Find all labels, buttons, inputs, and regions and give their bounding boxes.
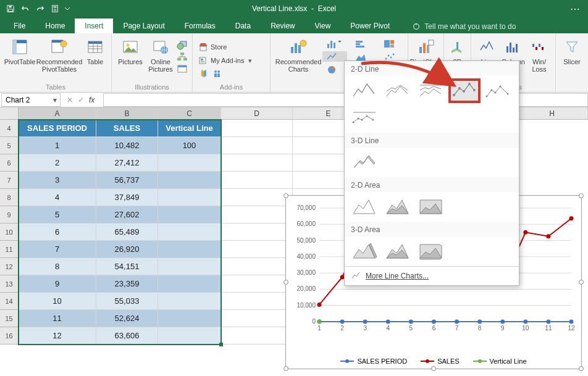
row-header[interactable]: 5 <box>0 137 19 154</box>
cell[interactable]: 54,151 <box>96 258 158 275</box>
redo-icon[interactable] <box>33 2 47 15</box>
bar-chart-icon[interactable] <box>351 38 376 49</box>
screenshot-icon[interactable] <box>176 64 188 74</box>
store-button[interactable]: Store <box>196 41 266 53</box>
line-chart-dropdown[interactable] <box>322 51 347 62</box>
treemap-icon[interactable] <box>379 38 404 49</box>
row-header[interactable]: 8 <box>0 189 19 206</box>
chart-type-100-stacked-line-markers[interactable] <box>350 107 379 129</box>
row-header[interactable]: 7 <box>0 172 19 189</box>
pictures-button[interactable]: Pictures <box>116 36 145 74</box>
cell[interactable]: 23,359 <box>96 275 158 293</box>
chart-type-stacked-line[interactable] <box>383 80 413 102</box>
cell[interactable]: 12 <box>19 327 96 345</box>
my-addins-button[interactable]: My Add-ins ▾ <box>196 54 266 67</box>
cell[interactable] <box>158 258 221 275</box>
row-header[interactable]: 6 <box>0 154 19 172</box>
tab-review[interactable]: Review <box>261 19 304 33</box>
header-sales[interactable]: SALES <box>96 120 158 137</box>
name-box[interactable]: Chart 2▾ <box>1 93 61 107</box>
tab-data[interactable]: Data <box>225 19 261 33</box>
cancel-formula-icon[interactable]: ✕ <box>67 96 73 104</box>
row-header[interactable]: 11 <box>0 241 19 258</box>
row-header[interactable]: 15 <box>0 310 19 327</box>
cell[interactable] <box>158 172 221 189</box>
chart-type-3d-100-stacked-area[interactable] <box>416 240 446 262</box>
chart-type-100-stacked-line[interactable] <box>416 80 446 102</box>
row-header[interactable]: 9 <box>0 206 19 224</box>
fx-icon[interactable]: fx <box>89 96 94 104</box>
col-header-B[interactable]: B <box>96 107 158 120</box>
cell[interactable]: 2 <box>19 154 96 172</box>
smartart-icon[interactable] <box>176 52 188 62</box>
chart-type-3d-stacked-area[interactable] <box>383 240 413 262</box>
cell[interactable]: 7 <box>19 241 96 258</box>
header-sales-period[interactable]: SALES PERIOD <box>19 120 96 137</box>
recommended-charts-button[interactable]: Recommended Charts <box>274 36 322 75</box>
row-header[interactable]: 16 <box>0 327 19 345</box>
recommended-pivottables-button[interactable]: Recommended PivotTables <box>36 36 83 74</box>
chart-type-stacked-area[interactable] <box>383 196 413 218</box>
tell-me[interactable]: Tell me what you want to do <box>412 22 516 33</box>
cell[interactable]: 56,737 <box>96 172 158 189</box>
tab-page-layout[interactable]: Page Layout <box>113 19 174 33</box>
col-header-A[interactable]: A <box>19 107 96 120</box>
chart-type-stacked-line-markers[interactable] <box>483 80 513 102</box>
cell[interactable]: 100 <box>158 137 221 154</box>
row-header[interactable]: 10 <box>0 224 19 241</box>
enter-formula-icon[interactable]: ✓ <box>78 96 84 104</box>
pivottable-button[interactable]: PivotTable <box>4 36 36 74</box>
tab-formulas[interactable]: Formulas <box>175 19 225 33</box>
calculator-icon[interactable] <box>48 2 62 15</box>
cell[interactable] <box>158 206 221 224</box>
more-line-charts[interactable]: More Line Charts... <box>345 266 519 285</box>
chart-type-area[interactable] <box>350 196 379 218</box>
cell[interactable]: 1 <box>19 137 96 154</box>
cell[interactable]: 5 <box>19 206 96 224</box>
col-header-D[interactable]: D <box>221 107 293 120</box>
header-vertical-line[interactable]: Vertical Line <box>158 120 221 137</box>
cell[interactable]: 3 <box>19 172 96 189</box>
row-header[interactable]: 12 <box>0 258 19 275</box>
shapes-icon[interactable] <box>176 40 188 51</box>
cell[interactable] <box>158 293 221 310</box>
cell[interactable]: 4 <box>19 189 96 206</box>
cell[interactable] <box>158 241 221 258</box>
col-header-C[interactable]: C <box>158 107 221 120</box>
save-icon[interactable] <box>4 2 17 15</box>
cell[interactable] <box>158 275 221 293</box>
cell[interactable] <box>158 327 221 345</box>
cell[interactable]: 10,482 <box>96 137 158 154</box>
chart-type-100-stacked-area[interactable] <box>416 196 446 218</box>
tab-file[interactable]: File <box>4 19 35 33</box>
cell[interactable]: 9 <box>19 275 96 293</box>
chart-type-3d-line[interactable] <box>350 151 379 173</box>
tab-view[interactable]: View <box>305 19 341 33</box>
people-graph-icon[interactable] <box>212 68 224 78</box>
cell[interactable] <box>158 224 221 241</box>
tab-home[interactable]: Home <box>35 19 75 33</box>
row-header[interactable]: 14 <box>0 293 19 310</box>
row-header[interactable]: 13 <box>0 275 19 293</box>
cell[interactable] <box>158 310 221 327</box>
cell[interactable]: 10 <box>19 293 96 310</box>
cell[interactable]: 27,602 <box>96 206 158 224</box>
select-all-corner[interactable] <box>0 107 19 120</box>
table-button[interactable]: Table <box>83 36 107 74</box>
tab-powerpivot[interactable]: Power Pivot <box>340 19 400 33</box>
cell[interactable]: 8 <box>19 258 96 275</box>
cell[interactable]: 11 <box>19 310 96 327</box>
sparkline-winloss-button[interactable]: Win/ Loss <box>527 36 552 74</box>
cell[interactable] <box>158 154 221 172</box>
tab-insert[interactable]: Insert <box>75 19 113 33</box>
cell[interactable]: 55,033 <box>96 293 158 310</box>
bing-maps-icon[interactable] <box>198 68 210 78</box>
row-header[interactable]: 4 <box>0 120 19 137</box>
slicer-button[interactable]: Slicer <box>560 36 584 67</box>
cell[interactable] <box>158 189 221 206</box>
cell[interactable]: 65,489 <box>96 224 158 241</box>
cell[interactable]: 26,920 <box>96 241 158 258</box>
online-pictures-button[interactable]: Online Pictures <box>145 36 176 74</box>
ribbon-options-icon[interactable]: ⋯ <box>565 0 586 17</box>
chart-type-3d-area[interactable] <box>350 240 379 262</box>
